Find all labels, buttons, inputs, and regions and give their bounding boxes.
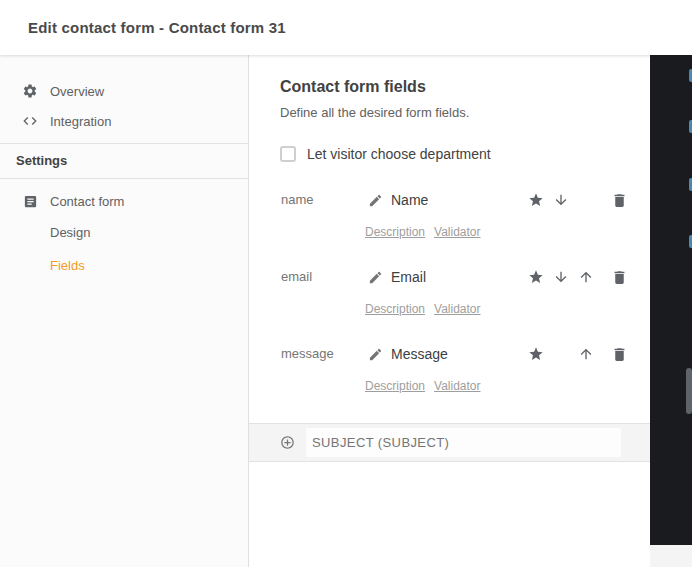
field-display-name: Email (391, 269, 426, 285)
field-links: DescriptionValidator (365, 224, 490, 240)
gear-icon (22, 83, 38, 99)
edit-field-name[interactable]: Name (367, 188, 428, 212)
field-actions (527, 265, 628, 289)
sidebar-item-label: Integration (50, 114, 111, 129)
add-circle-icon[interactable] (280, 435, 295, 450)
sidebar-section-settings: Settings (16, 153, 67, 168)
pencil-icon (367, 346, 383, 362)
page-subtitle: Define all the desired form fields. (280, 105, 469, 120)
sidebar-item-label: Contact form (50, 194, 124, 209)
add-field-row[interactable]: SUBJECT (SUBJECT) (249, 423, 650, 462)
divider (0, 143, 248, 144)
sidebar-item-contact-form[interactable]: Contact form (0, 189, 248, 213)
validator-link[interactable]: Validator (434, 379, 480, 393)
dialog-title: Edit contact form - Contact form 31 (28, 19, 286, 36)
description-link[interactable]: Description (365, 302, 425, 316)
field-actions (527, 188, 628, 212)
sidebar-item-overview[interactable]: Overview (0, 79, 248, 103)
field-row-email: emailEmailDescriptionValidator (249, 265, 650, 335)
field-row-name: nameNameDescriptionValidator (249, 188, 650, 258)
field-main-line: messageMessage (249, 342, 650, 366)
arrow-down-icon[interactable] (552, 191, 570, 209)
contact-form-fields-panel: Contact form fields Define all the desir… (249, 55, 650, 567)
field-key-label: message (281, 342, 334, 366)
field-display-name: Name (391, 192, 428, 208)
star-icon[interactable] (527, 345, 545, 363)
edit-contact-form-dialog: Edit contact form - Contact form 31 Over… (0, 0, 692, 567)
edit-field-name[interactable]: Email (367, 265, 426, 289)
description-link[interactable]: Description (365, 225, 425, 239)
page-title: Contact form fields (280, 78, 426, 96)
add-field-label: SUBJECT (SUBJECT) (312, 424, 449, 461)
empty-slot (552, 345, 570, 363)
field-links: DescriptionValidator (365, 378, 490, 394)
sidebar-item-integration[interactable]: Integration (0, 109, 248, 133)
edit-field-name[interactable]: Message (367, 342, 448, 366)
star-icon[interactable] (527, 191, 545, 209)
page-background (650, 545, 692, 567)
description-link[interactable]: Description (365, 379, 425, 393)
department-checkbox[interactable] (280, 146, 296, 162)
empty-slot (577, 191, 595, 209)
dialog-header: Edit contact form - Contact form 31 (0, 0, 692, 55)
department-checkbox-label: Let visitor choose department (307, 146, 491, 162)
field-main-line: emailEmail (249, 265, 650, 289)
divider (0, 178, 248, 179)
sidebar-item-label: Overview (50, 84, 104, 99)
field-key-label: name (281, 188, 314, 212)
field-actions (527, 342, 628, 366)
field-links: DescriptionValidator (365, 301, 490, 317)
pencil-icon (367, 269, 383, 285)
code-icon (22, 113, 38, 129)
trash-icon[interactable] (610, 345, 628, 363)
sidebar-item-label: Fields (50, 258, 85, 273)
sidebar-item-label: Design (50, 225, 90, 240)
background-dark-panel (650, 55, 692, 545)
validator-link[interactable]: Validator (434, 302, 480, 316)
validator-link[interactable]: Validator (434, 225, 480, 239)
form-icon (22, 193, 38, 209)
pencil-icon (367, 192, 383, 208)
scrollbar-thumb[interactable] (686, 368, 692, 414)
trash-icon[interactable] (610, 191, 628, 209)
sidebar-item-design[interactable]: Design (0, 220, 248, 244)
sidebar: OverviewIntegration Settings Contact for… (0, 55, 249, 567)
trash-icon[interactable] (610, 268, 628, 286)
field-main-line: nameName (249, 188, 650, 212)
department-checkbox-row[interactable]: Let visitor choose department (280, 145, 491, 163)
arrow-down-icon[interactable] (552, 268, 570, 286)
field-key-label: email (281, 265, 312, 289)
field-row-message: messageMessageDescriptionValidator (249, 342, 650, 412)
sidebar-item-fields[interactable]: Fields (0, 253, 248, 277)
arrow-up-icon[interactable] (577, 345, 595, 363)
star-icon[interactable] (527, 268, 545, 286)
arrow-up-icon[interactable] (577, 268, 595, 286)
field-display-name: Message (391, 346, 448, 362)
